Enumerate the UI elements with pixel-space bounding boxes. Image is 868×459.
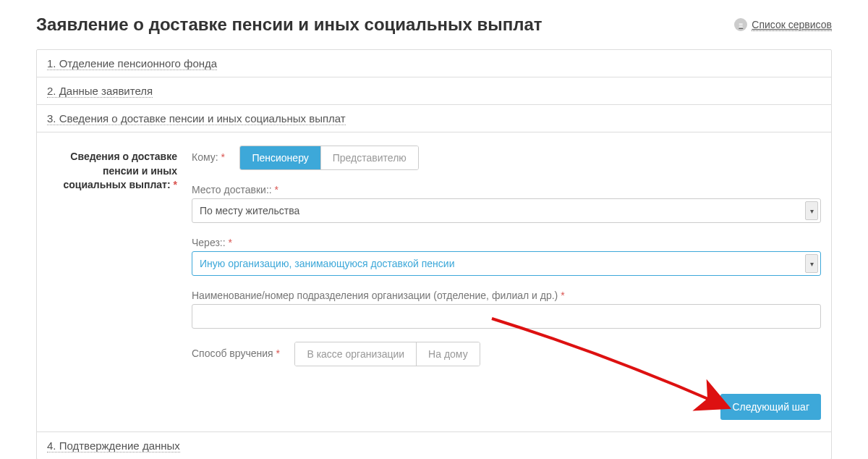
step-2-header[interactable]: 2. Данные заявителя: [37, 77, 831, 105]
org-label: Наименование/номер подразделения организ…: [192, 290, 565, 301]
to-toggle-group: Пенсионеру Представителю: [239, 146, 418, 170]
form-panel: 1. Отделение пенсионного фонда 2. Данные…: [36, 49, 832, 459]
method-option-home[interactable]: На дому: [416, 342, 480, 366]
to-label: Кому: *: [192, 151, 225, 163]
place-label: Место доставки:: *: [192, 184, 278, 195]
place-select[interactable]: По месту жительства: [192, 198, 821, 223]
method-toggle-group: В кассе организации На дому: [294, 342, 480, 366]
services-link-label: Список сервисов: [752, 19, 832, 31]
via-label: Через:: *: [192, 237, 232, 248]
method-option-cashier[interactable]: В кассе организации: [295, 342, 416, 366]
via-select[interactable]: Иную организацию, занимающуюся доставкой…: [192, 251, 821, 276]
step-4-header[interactable]: 4. Подтверждение данных: [37, 431, 831, 459]
step-3-title: 3. Сведения о доставке пенсии и иных соц…: [47, 112, 346, 125]
method-label: Способ вручения *: [192, 348, 280, 359]
list-icon: ≡: [734, 18, 747, 31]
step-3-header[interactable]: 3. Сведения о доставке пенсии и иных соц…: [37, 105, 831, 132]
next-step-button[interactable]: Следующий шаг: [720, 394, 821, 420]
page-title: Заявление о доставке пенсии и иных социа…: [36, 14, 542, 35]
to-option-representative[interactable]: Представителю: [320, 146, 418, 169]
step-1-title: 1. Отделение пенсионного фонда: [47, 57, 217, 70]
step-2-title: 2. Данные заявителя: [47, 85, 153, 98]
org-input[interactable]: [192, 304, 821, 329]
section-label: Сведения о доставке пенсии и иных социал…: [47, 146, 177, 379]
to-option-pensioner[interactable]: Пенсионеру: [240, 146, 320, 169]
step-3-body: Сведения о доставке пенсии и иных социал…: [37, 132, 831, 388]
services-link[interactable]: ≡ Список сервисов: [734, 18, 832, 31]
step-1-header[interactable]: 1. Отделение пенсионного фонда: [37, 50, 831, 77]
step-4-title: 4. Подтверждение данных: [47, 439, 180, 452]
